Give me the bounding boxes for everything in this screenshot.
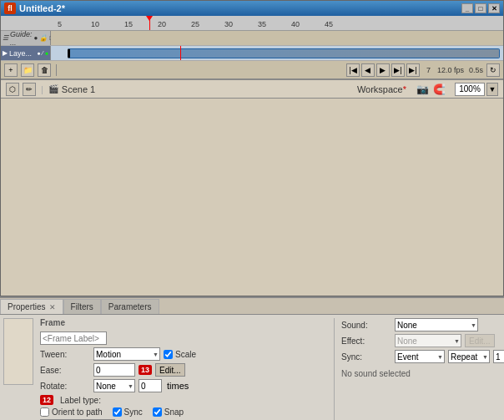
ruler-mark-25: 25 [191, 20, 199, 28]
sync-checkbox[interactable] [113, 407, 122, 417]
lock-icon[interactable]: 🔒 [39, 34, 48, 42]
sound-row: Sound: None [341, 318, 501, 331]
loop-button[interactable]: ↻ [486, 63, 500, 77]
eye-icon[interactable]: ● [34, 34, 38, 42]
title-bar-controls[interactable]: _ □ ✕ [461, 3, 500, 13]
sound-edit-button[interactable]: Edit... [465, 334, 495, 347]
tab-parameters[interactable]: Parameters [101, 299, 159, 314]
play-button[interactable]: ▶ [376, 63, 390, 77]
close-button[interactable]: ✕ [488, 3, 500, 13]
orient-checkbox-row: Orient to path [40, 407, 103, 417]
badge-12: 12 [40, 395, 53, 405]
orient-label: Orient to path [52, 407, 103, 417]
panel-main: Frame Tween: Motion None Shape Scale [0, 315, 504, 420]
orient-checkbox[interactable] [40, 407, 49, 417]
toolbar-separator [56, 64, 57, 76]
scale-label: Scale [175, 350, 196, 359]
sync-checkbox-row: Sync [113, 407, 143, 417]
rotate-select[interactable]: None CW CCW Auto [93, 379, 135, 392]
fps-display: 12.0 fps [437, 66, 464, 74]
frame-label-input[interactable] [40, 331, 107, 345]
ruler-mark-35: 35 [258, 20, 266, 28]
tab-parameters-label: Parameters [108, 302, 152, 311]
add-layer-button[interactable]: + [4, 63, 18, 77]
sync-select[interactable]: Event Start Stop Stream [395, 350, 445, 363]
ruler-mark-10: 10 [91, 20, 99, 28]
frame-label-row [40, 331, 334, 345]
tab-properties[interactable]: Properties ✕ [0, 299, 63, 314]
step-forward-button[interactable]: ▶| [391, 63, 405, 77]
ease-input[interactable] [93, 363, 135, 377]
go-start-button[interactable]: |◀ [346, 63, 360, 77]
repeat-select[interactable]: Repeat Loop [448, 350, 490, 363]
window-title: Untitled-2* [19, 3, 65, 13]
zoom-input[interactable] [455, 83, 485, 96]
anim-lock-icon[interactable]: ⁄ [43, 50, 43, 56]
step-back-button[interactable]: ◀ [361, 63, 375, 77]
anim-layer-timeline [51, 46, 503, 60]
workspace-text: Workspace [357, 84, 403, 94]
rotate-label: Rotate: [40, 382, 90, 391]
badge-13: 13 [139, 365, 152, 375]
checkboxes-row: Orient to path Sync Snap [40, 407, 334, 417]
ruler-mark-40: 40 [291, 20, 300, 28]
guide-layer-row: ☰ Guide: ... ● 🔒 □ [1, 31, 503, 46]
scene-name: Scene 1 [62, 84, 95, 94]
add-folder-button[interactable]: 📁 [21, 63, 34, 77]
scene-icon: 🎬 [48, 84, 58, 94]
tab-properties-close[interactable]: ✕ [49, 303, 56, 311]
effect-row: Effect: None Edit... [341, 334, 501, 347]
scene-nav-button[interactable]: ⬡ [6, 83, 19, 96]
app-icon: fl [4, 3, 16, 14]
tween-label: Tween: [40, 350, 90, 359]
delete-layer-button[interactable]: 🗑 [38, 63, 51, 77]
animation-bar [68, 48, 500, 58]
tab-filters[interactable]: Filters [63, 299, 101, 314]
playhead-marker[interactable] [149, 16, 150, 30]
sync-select-wrapper: Event Start Stop Stream [395, 350, 445, 363]
zoom-control: ▼ [455, 83, 498, 96]
rotate-row: Rotate: None CW CCW Auto times [40, 379, 334, 392]
rotate-select-wrapper: None CW CCW Auto [93, 379, 135, 392]
effect-select-wrapper: None [395, 334, 461, 347]
tween-row: Tween: Motion None Shape Scale [40, 347, 334, 361]
maximize-button[interactable]: □ [475, 3, 486, 13]
guide-layer-name: Guide: ... [10, 30, 33, 47]
no-sound-row: No sound selected [341, 369, 501, 378]
minimize-button[interactable]: _ [461, 3, 473, 13]
anim-layer-label: ▶ Laye... ● ⁄ ● [1, 46, 51, 60]
sound-panel: Sound: None Effect: None Edit... [334, 318, 501, 420]
scale-checkbox[interactable] [164, 350, 173, 359]
zoom-dropdown-button[interactable]: ▼ [486, 83, 498, 96]
playback-controls: |◀ ◀ ▶ ▶| ▶| [346, 63, 420, 77]
ruler-mark-20: 20 [158, 20, 166, 28]
tween-select[interactable]: Motion None Shape [93, 347, 160, 361]
label-type-row: 12 Label type: [40, 395, 334, 405]
title-bar: fl Untitled-2* _ □ ✕ [1, 1, 503, 16]
timeline-ruler: 5 10 15 20 25 30 35 40 45 [1, 16, 503, 31]
sound-label: Sound: [341, 321, 391, 330]
anim-eye-icon[interactable]: ● [37, 50, 40, 56]
guide-layer-label: ☰ Guide: ... ● 🔒 □ [1, 31, 51, 45]
go-end-button[interactable]: ▶| [406, 63, 420, 77]
rotate-times-input[interactable] [139, 379, 162, 392]
repeat-count-input[interactable] [493, 350, 504, 363]
times-label: times [167, 381, 189, 391]
no-sound-text: No sound selected [341, 369, 411, 378]
effect-select[interactable]: None [395, 334, 461, 347]
snap-icon[interactable]: 🧲 [431, 82, 446, 97]
edit-button[interactable]: Edit... [155, 363, 185, 377]
workspace-asterisk: * [403, 84, 406, 94]
camera-icon[interactable]: 📷 [415, 82, 430, 97]
sound-select[interactable]: None [395, 318, 478, 331]
ruler-mark-15: 15 [124, 20, 133, 28]
guide-layer-icon: ☰ [3, 34, 8, 42]
anim-layer-icon: ▶ [3, 49, 8, 57]
scene-edit-button[interactable]: ✏ [23, 83, 36, 96]
snap-checkbox[interactable] [153, 407, 162, 417]
snap-checkbox-row: Snap [153, 407, 184, 417]
anim-dot: ● [45, 50, 48, 56]
anim-layer-row: ▶ Laye... ● ⁄ ● [1, 46, 503, 61]
ruler-mark-5: 5 [58, 20, 62, 28]
frame-thumbnail [3, 318, 33, 385]
